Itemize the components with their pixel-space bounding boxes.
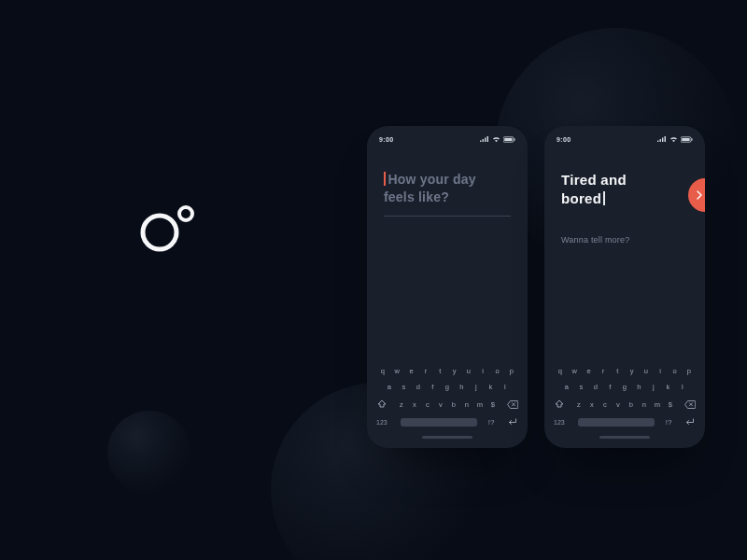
numbers-key[interactable]: 123	[554, 419, 571, 426]
key-l[interactable]: l	[499, 383, 512, 391]
signal-icon	[480, 136, 489, 143]
key-z[interactable]: z	[395, 400, 408, 409]
keyboard[interactable]: qwertyuiopasdfghjklzxcvbnm$123!?	[544, 357, 705, 448]
secondary-prompt[interactable]: Wanna tell more?	[561, 235, 688, 245]
key-t[interactable]: t	[611, 367, 624, 375]
key-$[interactable]: $	[664, 400, 677, 409]
key-g[interactable]: g	[441, 383, 454, 391]
key-j[interactable]: j	[647, 383, 660, 391]
backspace-key[interactable]	[507, 399, 518, 410]
key-q[interactable]: q	[554, 367, 567, 375]
key-h[interactable]: h	[456, 383, 469, 391]
key-q[interactable]: q	[376, 367, 389, 375]
numbers-key[interactable]: 123	[376, 419, 393, 426]
battery-icon	[681, 136, 693, 143]
key-f[interactable]: f	[604, 383, 617, 391]
shift-key[interactable]	[376, 399, 388, 410]
key-y[interactable]: y	[448, 367, 461, 375]
key-y[interactable]: y	[626, 367, 639, 375]
key-w[interactable]: w	[568, 367, 581, 375]
decor-bubble-small	[107, 411, 191, 495]
space-key[interactable]	[578, 418, 655, 427]
key-a[interactable]: a	[383, 383, 396, 391]
key-f[interactable]: f	[427, 383, 440, 391]
key-o[interactable]: o	[669, 367, 682, 375]
key-z[interactable]: z	[572, 400, 585, 409]
return-key[interactable]	[505, 418, 518, 427]
svg-point-0	[143, 216, 176, 249]
key-b[interactable]: b	[625, 400, 638, 409]
key-x[interactable]: x	[585, 400, 599, 409]
key-c[interactable]: c	[421, 400, 434, 409]
key-p[interactable]: p	[683, 367, 696, 375]
key-d[interactable]: d	[589, 383, 602, 391]
prompt-input-area[interactable]: How your day feels like?	[384, 171, 511, 217]
key-o[interactable]: o	[491, 367, 504, 375]
entry-display: Tired and bored Wanna tell more?	[561, 171, 688, 245]
symbols-key[interactable]: !?	[662, 418, 675, 427]
key-i[interactable]: i	[654, 367, 667, 375]
phone-mockups: 9:00 How your day feels like? qwertyuiop…	[367, 126, 705, 448]
key-e[interactable]: e	[583, 367, 596, 375]
keyboard[interactable]: qwertyuiopasdfghjklzxcvbnm$123!?	[367, 357, 528, 448]
signal-icon	[657, 136, 667, 143]
return-key[interactable]	[683, 418, 696, 427]
key-p[interactable]: p	[505, 367, 518, 375]
wifi-icon	[669, 136, 678, 143]
key-b[interactable]: b	[447, 400, 460, 409]
input-underline	[384, 216, 511, 217]
status-bar: 9:00	[367, 134, 528, 144]
home-indicator[interactable]	[422, 436, 472, 439]
key-i[interactable]: i	[476, 367, 489, 375]
key-x[interactable]: x	[408, 400, 421, 409]
key-m[interactable]: m	[651, 400, 664, 409]
chevron-right-icon	[695, 190, 704, 200]
shift-key[interactable]	[554, 399, 565, 410]
key-e[interactable]: e	[405, 367, 418, 375]
key-v[interactable]: v	[612, 400, 625, 409]
key-j[interactable]: j	[470, 383, 483, 391]
status-indicators	[480, 136, 515, 143]
home-indicator[interactable]	[599, 436, 650, 439]
key-h[interactable]: h	[633, 383, 646, 391]
key-c[interactable]: c	[599, 400, 612, 409]
key-t[interactable]: t	[433, 367, 446, 375]
key-k[interactable]: k	[485, 383, 498, 391]
entry-line-2: bored	[561, 189, 688, 208]
space-key[interactable]	[401, 418, 477, 427]
key-n[interactable]: n	[638, 400, 651, 409]
key-v[interactable]: v	[434, 400, 447, 409]
status-indicators	[657, 136, 693, 143]
phone-screen-2: 9:00 Tired and bored Wanna tell more? qw…	[544, 126, 705, 448]
key-s[interactable]: s	[398, 383, 411, 391]
key-s[interactable]: s	[575, 383, 588, 391]
key-a[interactable]: a	[560, 383, 573, 391]
key-$[interactable]: $	[486, 400, 500, 409]
status-time: 9:00	[379, 136, 394, 143]
key-u[interactable]: u	[462, 367, 475, 375]
entry-line-1: Tired and	[561, 171, 688, 189]
svg-point-1	[179, 207, 192, 220]
next-button[interactable]	[688, 178, 705, 212]
key-k[interactable]: k	[662, 383, 675, 391]
key-l[interactable]: l	[676, 383, 689, 391]
key-m[interactable]: m	[473, 400, 486, 409]
svg-rect-6	[682, 138, 689, 141]
status-bar: 9:00	[544, 134, 705, 144]
key-r[interactable]: r	[419, 367, 432, 375]
key-g[interactable]: g	[618, 383, 631, 391]
key-u[interactable]: u	[640, 367, 653, 375]
placeholder-line-2: feels like?	[384, 189, 511, 206]
key-w[interactable]: w	[390, 367, 403, 375]
text-cursor-icon	[603, 191, 605, 205]
key-n[interactable]: n	[460, 400, 473, 409]
wifi-icon	[492, 136, 500, 143]
status-time: 9:00	[557, 136, 571, 143]
phone-screen-1: 9:00 How your day feels like? qwertyuiop…	[367, 126, 528, 448]
symbols-key[interactable]: !?	[485, 418, 498, 427]
key-r[interactable]: r	[597, 367, 610, 375]
backspace-key[interactable]	[684, 399, 696, 410]
key-d[interactable]: d	[412, 383, 425, 391]
placeholder-text: How your day	[384, 171, 511, 189]
text-cursor-icon	[384, 172, 386, 186]
